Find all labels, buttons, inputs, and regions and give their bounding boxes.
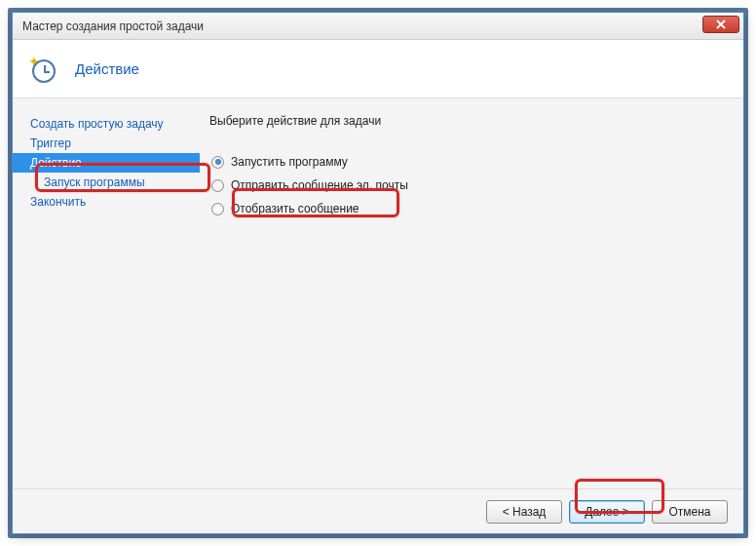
sidebar-item-label: Запуск программы [44,176,145,189]
wizard-window: Мастер создания простой задачи ✦ Действи… [12,12,744,534]
sidebar-item-label: Действие [30,156,82,170]
radio-send-email[interactable]: Отправить сообщение эл. почты [211,178,728,192]
sidebar-item-start-program[interactable]: Запуск программы [13,173,200,192]
sidebar-item-label: Триггер [30,136,71,150]
next-button[interactable]: Далее > [569,500,645,524]
close-button[interactable] [702,16,739,33]
wizard-footer: < Назад Далее > Отмена [13,488,743,533]
wizard-content: Выберите действие для задачи Запустить п… [200,112,728,488]
page-title: Действие [75,60,139,77]
radio-label: Отобразить сообщение [231,202,359,215]
sidebar-item-label: Закончить [30,195,86,209]
sidebar-item-action[interactable]: Действие [13,153,200,173]
content-heading: Выберите действие для задачи [209,114,728,128]
window-title: Мастер создания простой задачи [19,20,204,33]
wizard-sidebar: Создать простую задачу Триггер Действие … [13,112,200,488]
wizard-body: Создать простую задачу Триггер Действие … [13,98,743,488]
radio-input[interactable] [211,156,224,169]
close-icon [716,20,726,29]
radio-input[interactable] [211,179,224,192]
titlebar: Мастер создания простой задачи [13,13,743,40]
sidebar-item-trigger[interactable]: Триггер [13,134,200,153]
sidebar-item-create-task[interactable]: Создать простую задачу [13,114,200,134]
back-button[interactable]: < Назад [486,500,562,524]
cancel-button[interactable]: Отмена [652,500,728,524]
wizard-header: ✦ Действие [13,40,743,98]
radio-label: Запустить программу [231,155,348,169]
sidebar-item-label: Создать простую задачу [30,117,164,131]
radio-input[interactable] [211,203,224,215]
sidebar-item-finish[interactable]: Закончить [13,192,200,212]
radio-label: Отправить сообщение эл. почты [231,178,408,192]
action-radio-group: Запустить программу Отправить сообщение … [209,155,728,215]
task-icon: ✦ [30,54,61,85]
radio-start-program[interactable]: Запустить программу [211,155,728,169]
radio-display-message[interactable]: Отобразить сообщение [211,202,728,215]
